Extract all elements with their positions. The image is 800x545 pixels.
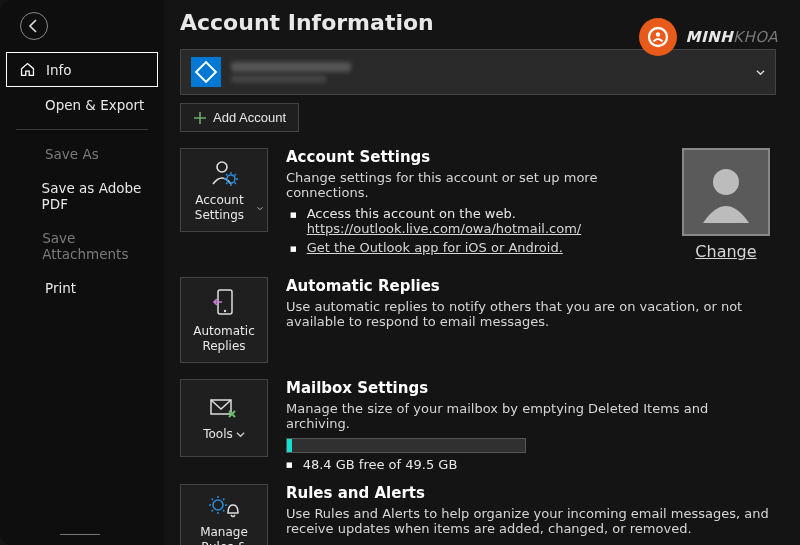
sidebar-item-label: Save as Adobe PDF [42, 180, 146, 212]
section-description: Use automatic replies to notify others t… [286, 299, 776, 329]
chevron-down-icon [257, 204, 263, 213]
storage-progress-fill [287, 439, 292, 452]
section-heading: Mailbox Settings [286, 379, 776, 397]
plus-icon [193, 111, 207, 125]
sidebar-item-print[interactable]: Print [6, 272, 158, 304]
section-automatic-replies: Automatic Replies Automatic Replies Use … [180, 277, 776, 363]
add-account-label: Add Account [213, 110, 286, 125]
sidebar-item-label: Info [46, 62, 72, 78]
exchange-icon [191, 57, 221, 87]
storage-progress-bar [286, 438, 526, 453]
sidebar-item-info[interactable]: Info [6, 52, 158, 87]
button-label: Tools [203, 427, 233, 442]
home-icon [19, 61, 36, 78]
button-label: Manage Rules & Alerts [185, 525, 263, 545]
auto-reply-icon [211, 288, 237, 318]
sidebar-item-label: Save Attachments [42, 230, 146, 262]
section-rules-alerts: Manage Rules & Alerts Rules and Alerts U… [180, 484, 776, 545]
sidebar-item-save-attachments: Save Attachments [6, 222, 158, 270]
brand-text: MINHKHOA [685, 28, 778, 46]
bullet-web-access: Access this account on the web. https://… [290, 206, 658, 236]
sidebar: Info Open & Export Save As Save as Adobe… [0, 0, 164, 545]
storage-text: 48.4 GB free of 49.5 GB [286, 457, 776, 472]
tools-button[interactable]: Tools [180, 379, 268, 457]
person-gear-icon [209, 159, 239, 187]
envelope-tool-icon [209, 397, 239, 421]
button-label: Account Settings [185, 193, 254, 223]
chevron-down-icon [756, 68, 765, 77]
svg-point-8 [213, 500, 223, 510]
sidebar-item-label: Open & Export [45, 97, 144, 113]
sidebar-divider [16, 129, 148, 130]
mobile-app-link[interactable]: Get the Outlook app for iOS or Android. [307, 240, 563, 255]
svg-point-1 [656, 32, 660, 36]
section-mailbox-settings: Tools Mailbox Settings Manage the size o… [180, 379, 776, 472]
brand-logo-icon [639, 18, 677, 56]
main-panel: Account Information Add Account Account … [164, 0, 800, 545]
sidebar-item-label: Print [45, 280, 76, 296]
section-heading: Account Settings [286, 148, 658, 166]
svg-point-2 [217, 162, 227, 172]
chevron-down-icon [236, 430, 245, 439]
change-avatar-link[interactable]: Change [695, 242, 756, 261]
sidebar-item-open-export[interactable]: Open & Export [6, 89, 158, 121]
avatar-placeholder [682, 148, 770, 236]
section-heading: Automatic Replies [286, 277, 776, 295]
section-heading: Rules and Alerts [286, 484, 776, 502]
brand-watermark: MINHKHOA [639, 18, 778, 56]
sidebar-item-label: Save As [45, 146, 99, 162]
owa-link[interactable]: https://outlook.live.com/owa/hotmail.com… [307, 221, 582, 236]
gear-bell-icon [209, 495, 239, 519]
sidebar-item-save-as: Save As [6, 138, 158, 170]
avatar-block: Change [676, 148, 776, 261]
svg-point-6 [224, 310, 226, 312]
button-label: Automatic Replies [185, 324, 263, 354]
back-button[interactable] [20, 12, 48, 40]
account-email-redacted [231, 62, 351, 83]
svg-point-0 [649, 28, 667, 46]
section-account-settings: Account Settings Account Settings Change… [180, 148, 776, 261]
section-description: Change settings for this account or set … [286, 170, 658, 200]
automatic-replies-button[interactable]: Automatic Replies [180, 277, 268, 363]
add-account-button[interactable]: Add Account [180, 103, 299, 132]
section-description: Use Rules and Alerts to help organize yo… [286, 506, 776, 536]
account-settings-button[interactable]: Account Settings [180, 148, 268, 232]
svg-point-4 [713, 169, 739, 195]
manage-rules-button[interactable]: Manage Rules & Alerts [180, 484, 268, 545]
sidebar-footer-line [60, 534, 100, 535]
section-description: Manage the size of your mailbox by empty… [286, 401, 776, 431]
bullet-mobile-app: Get the Outlook app for iOS or Android. [290, 240, 658, 255]
sidebar-item-save-pdf[interactable]: Save as Adobe PDF [6, 172, 158, 220]
svg-point-3 [227, 175, 235, 183]
